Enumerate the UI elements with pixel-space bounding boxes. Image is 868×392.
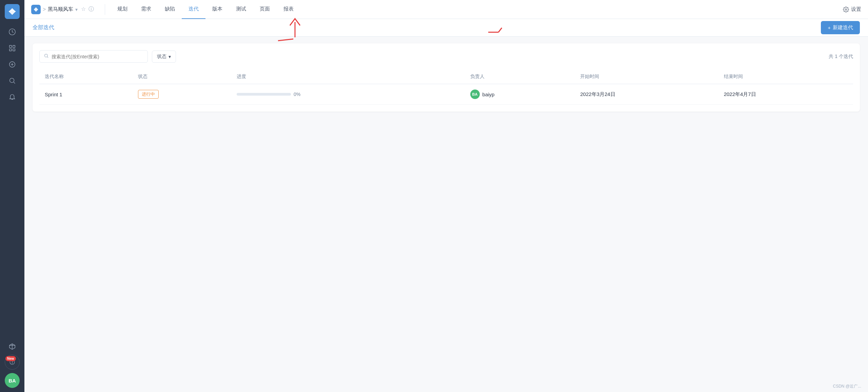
svg-point-13	[12, 363, 12, 363]
nav-divider	[105, 4, 105, 15]
sidebar: New BA	[0, 0, 24, 392]
user-avatar[interactable]: BA	[5, 373, 20, 388]
settings-label: 设置	[851, 6, 861, 13]
breadcrumb-icons: ☆ ⓘ	[81, 6, 94, 13]
all-iterations-title[interactable]: 全部迭代	[33, 24, 54, 31]
progress-percent: 0%	[294, 92, 300, 97]
tab-version[interactable]: 版本	[205, 0, 229, 19]
status-filter-chevron: ▾	[169, 54, 171, 59]
cube-icon[interactable]	[5, 339, 20, 354]
svg-rect-1	[9, 45, 12, 47]
svg-rect-4	[13, 49, 15, 51]
svg-point-8	[10, 78, 14, 83]
tab-requirements[interactable]: 需求	[134, 0, 158, 19]
cell-name: Sprint 1	[39, 84, 133, 105]
cell-progress: 0%	[231, 84, 465, 105]
tab-page[interactable]: 页面	[253, 0, 277, 19]
grid-icon[interactable]	[5, 41, 20, 56]
col-progress: 进度	[231, 70, 465, 84]
tab-test[interactable]: 测试	[229, 0, 253, 19]
search-box[interactable]	[39, 50, 148, 63]
app-logo[interactable]	[5, 4, 20, 19]
assignee-avatar: BA	[470, 90, 480, 99]
star-icon[interactable]: ☆	[81, 6, 86, 13]
new-iteration-plus: +	[828, 25, 831, 31]
status-filter-label: 状态	[157, 54, 166, 60]
toolbar: 状态 ▾ 共 1 个迭代	[39, 50, 853, 63]
assignee-name: baiyp	[482, 92, 495, 97]
settings-button[interactable]: 设置	[843, 6, 861, 13]
svg-line-9	[14, 82, 15, 83]
new-badge: New	[5, 356, 16, 361]
table-row[interactable]: Sprint 1 进行中 0% BA baiyp 2022年3月24日 2022…	[39, 84, 853, 105]
content-area: 状态 ▾ 共 1 个迭代 迭代名称 状态 进度 负责人 开始时间 结束时间	[24, 37, 868, 392]
tab-defects[interactable]: 缺陷	[158, 0, 182, 19]
top-navigation: > 黑马顺风车 ▾ ☆ ⓘ 规划 需求 缺陷 迭代 版本 测试 页面 报表 设置	[24, 0, 868, 19]
col-name: 迭代名称	[39, 70, 133, 84]
svg-rect-2	[13, 45, 15, 47]
total-count: 共 1 个迭代	[829, 54, 853, 60]
search-input[interactable]	[52, 54, 143, 59]
svg-line-16	[47, 57, 48, 58]
tab-iteration[interactable]: 迭代	[182, 0, 205, 19]
col-start: 开始时间	[575, 70, 718, 84]
col-end: 结束时间	[718, 70, 853, 84]
svg-point-14	[845, 8, 847, 10]
help-button-container[interactable]: New	[5, 355, 20, 370]
cell-assignee: BA baiyp	[465, 84, 575, 105]
nav-tabs: 规划 需求 缺陷 迭代 版本 测试 页面 报表	[111, 0, 843, 19]
search-box-icon	[44, 53, 49, 60]
col-assignee: 负责人	[465, 70, 575, 84]
watermark: CSDN @近广...	[833, 384, 861, 389]
new-iteration-button[interactable]: + 新建迭代	[821, 21, 860, 34]
cell-start-date: 2022年3月24日	[575, 84, 718, 105]
dashboard-icon[interactable]	[5, 24, 20, 39]
breadcrumb-project[interactable]: 黑马顺风车	[48, 6, 73, 13]
add-icon[interactable]	[5, 57, 20, 72]
assignee-info: BA baiyp	[470, 90, 570, 99]
breadcrumb-separator: >	[43, 6, 46, 13]
bell-icon[interactable]	[5, 90, 20, 104]
breadcrumb-app-icon[interactable]	[31, 5, 41, 14]
svg-point-15	[45, 54, 48, 57]
sub-header: 全部迭代 + 新建迭代	[24, 19, 868, 37]
col-status: 状态	[133, 70, 231, 84]
iterations-table: 迭代名称 状态 进度 负责人 开始时间 结束时间 Sprint 1 进行中	[39, 70, 853, 105]
main-area: > 黑马顺风车 ▾ ☆ ⓘ 规划 需求 缺陷 迭代 版本 测试 页面 报表 设置	[24, 0, 868, 392]
new-iteration-label: 新建迭代	[833, 24, 853, 31]
breadcrumb-chevron-icon[interactable]: ▾	[75, 7, 78, 12]
cell-status: 进行中	[133, 84, 231, 105]
status-badge: 进行中	[138, 90, 159, 99]
tab-report[interactable]: 报表	[277, 0, 300, 19]
sub-header-actions: + 新建迭代	[821, 21, 860, 34]
breadcrumb: > 黑马顺风车 ▾ ☆ ⓘ	[31, 5, 94, 14]
svg-rect-3	[9, 49, 12, 51]
iterations-card: 状态 ▾ 共 1 个迭代 迭代名称 状态 进度 负责人 开始时间 结束时间	[33, 43, 860, 112]
info-icon[interactable]: ⓘ	[88, 6, 94, 13]
cell-end-date: 2022年4月7日	[718, 84, 853, 105]
tab-planning[interactable]: 规划	[111, 0, 134, 19]
progress-bar	[237, 93, 291, 96]
status-filter[interactable]: 状态 ▾	[152, 51, 176, 63]
search-icon[interactable]	[5, 73, 20, 88]
